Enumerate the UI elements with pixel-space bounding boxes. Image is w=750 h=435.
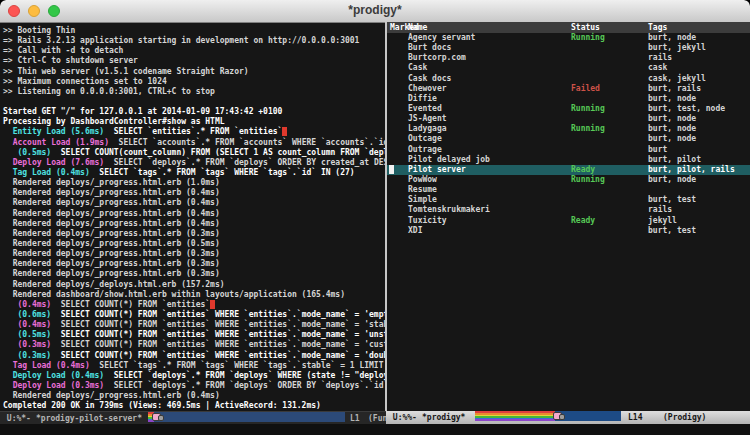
nyan-mode-bar	[475, 411, 621, 421]
log-text: Rendered deploys/_progress.html.erb (0.4…	[3, 219, 220, 228]
column-header-status: Status	[571, 22, 600, 33]
service-row-chewover[interactable]: ChewoverFailedburt, rails	[387, 84, 750, 94]
log-line: Rendered deploys/_progress.html.erb (0.4…	[3, 209, 385, 219]
service-row-outcage[interactable]: Outcageburt, node	[387, 134, 750, 144]
service-row-cask-docs[interactable]: Cask docscask, jekyll	[387, 74, 750, 84]
point-cursor	[389, 165, 394, 174]
service-tags: burt, jekyll	[648, 43, 706, 53]
service-name: XDI	[408, 226, 422, 236]
service-tags: burt, node	[648, 134, 696, 144]
log-line: Rendered deploys/_progress.html.erb (0.5…	[3, 239, 385, 249]
service-tags: burt, test	[648, 195, 696, 205]
log-line: (0.4ms) SELECT COUNT(*) FROM `entities` …	[3, 320, 385, 330]
modeline-right-prefix: U:%%-	[388, 411, 417, 424]
log-line: Rendered deploys/_progress.html.erb (0.3…	[3, 229, 385, 239]
prodigy-service-list: Agency servantRunningburt, nodeBurt docs…	[387, 33, 750, 236]
service-row-simple[interactable]: Simpleburt, test	[387, 195, 750, 205]
log-text: Rendered dashboard/show.html.erb within …	[3, 290, 345, 299]
log-text: Entity Load (5.6ms)	[3, 127, 104, 136]
service-row-tuxicity[interactable]: TuxicityReadyjekyll	[387, 216, 750, 226]
modeline-left: U:%*- *prodigy-pilot-server* L1 (Fundame…	[0, 411, 386, 424]
column-header-name: Name	[408, 22, 427, 33]
service-name: Tomtenskrukmakeri	[408, 205, 490, 215]
log-line: >> Booting Thin	[3, 26, 385, 36]
log-line: Rendered deploys/_progress.html.erb (0.4…	[3, 198, 385, 208]
service-row-resume[interactable]: Resume	[387, 185, 750, 195]
rails-log-pane[interactable]: >> Booting Thin=> Rails 3.2.13 applicati…	[0, 22, 385, 411]
column-header-tags: Tags	[648, 22, 667, 33]
service-row-powwow[interactable]: PowWowRunningburt, node	[387, 175, 750, 185]
log-line: Entity Load (5.6ms) SELECT `entities`.* …	[3, 127, 385, 137]
service-row-burt-docs[interactable]: Burt docsburt, jekyll	[387, 43, 750, 53]
service-row-burtcorp-com[interactable]: Burtcorp.comrails	[387, 53, 750, 63]
log-line	[3, 97, 385, 107]
service-row-cask[interactable]: Caskcask	[387, 63, 750, 73]
log-text: Rendered deploys/_progress.html.erb (0.5…	[3, 239, 220, 248]
log-text: Tag Load (0.4ms)	[3, 168, 90, 177]
service-row-agency-servant[interactable]: Agency servantRunningburt, node	[387, 33, 750, 43]
service-row-ladygaga[interactable]: LadygagaRunningburt, node	[387, 124, 750, 134]
service-name: JS-Agent	[408, 114, 447, 124]
modeline-right-line-number: L14	[628, 411, 642, 424]
log-text: (0.4ms)	[3, 300, 51, 309]
log-text: >> Thin web server (v1.5.1 codename Stra…	[3, 67, 249, 76]
log-text: SELECT COUNT(*) FROM `entities`	[51, 300, 210, 309]
log-text: Rendered deploys/_progress.html.erb (0.3…	[3, 229, 220, 238]
service-name: Tuxicity	[408, 216, 447, 226]
log-line: (0.6ms) SELECT COUNT(*) FROM `entities` …	[3, 310, 385, 320]
log-text: Rendered deploys/_progress.html.erb (0.3…	[3, 249, 220, 258]
log-text: Rendered deploys/_progress.html.erb (0.4…	[3, 198, 220, 207]
service-name: Evented	[408, 104, 442, 114]
service-row-outrage[interactable]: Outrageburt	[387, 145, 750, 155]
prodigy-services-pane[interactable]: Marked Name Status Tags Agency servantRu…	[387, 22, 750, 411]
service-status: Running	[571, 124, 605, 134]
service-row-xdi[interactable]: XDIburt, test	[387, 226, 750, 236]
log-line: Rendered dashboard/show.html.erb within …	[3, 290, 385, 300]
window-title: *prodigy*	[0, 0, 750, 21]
modeline-left-prefix: U:%*-	[2, 412, 31, 424]
service-tags: jekyll	[648, 216, 677, 226]
log-text: Rendered deploys/_progress.html.erb (1.0…	[3, 178, 220, 187]
service-status: Ready	[571, 216, 595, 226]
log-text: Rendered deploys/_progress.html.erb (0.3…	[3, 269, 220, 278]
service-row-pilot-server[interactable]: Pilot serverReadyburt, pilot, rails	[387, 165, 750, 175]
window-titlebar[interactable]: *prodigy*	[0, 0, 750, 23]
service-row-tomtenskrukmakeri[interactable]: Tomtenskrukmakerirails	[387, 205, 750, 215]
log-text: >> Listening on 0.0.0.0:3001, CTRL+C to …	[3, 87, 215, 96]
service-status: Running	[571, 175, 605, 185]
log-text: SELECT `deploys`.* FROM `deploys` ORDER …	[104, 381, 385, 390]
service-tags: burt, node	[648, 175, 696, 185]
service-tags: burt, test	[648, 226, 696, 236]
service-row-evented[interactable]: EventedRunningburt, test, node	[387, 104, 750, 114]
service-name: Pilot server	[408, 165, 466, 175]
log-line: (0.4ms) SELECT COUNT(*) FROM `entities`	[3, 300, 385, 310]
log-line: >> Thin web server (v1.5.1 codename Stra…	[3, 67, 385, 77]
log-line: Rendered deploys/_progress.html.erb (0.3…	[3, 269, 385, 279]
log-text: SELECT `accounts`.* FROM `accounts` WHER…	[109, 138, 385, 147]
cursor-block-red	[282, 127, 287, 136]
echo-area[interactable]	[0, 424, 750, 435]
service-row-js-agent[interactable]: JS-Agentburt, node	[387, 114, 750, 124]
log-text: SELECT COUNT(*) FROM `entities` WHERE `e…	[51, 320, 385, 329]
log-text: Rendered deploys/_deploys.html.erb (157.…	[3, 280, 225, 289]
service-name: Ladygaga	[408, 124, 447, 134]
modeline-left-buffer-name: *prodigy-pilot-server*	[36, 412, 142, 424]
service-row-diffie[interactable]: Diffieburt, node	[387, 94, 750, 104]
service-status: Running	[571, 104, 605, 114]
service-tags: burt, node	[648, 94, 696, 104]
log-text: Rendered deploys/_progress.html.erb (0.4…	[3, 209, 220, 218]
service-tags: cask	[648, 63, 667, 73]
service-tags: burt, node	[648, 33, 696, 43]
service-name: Chewover	[408, 84, 447, 94]
log-line: Rendered deploys/_progress.html.erb (0.4…	[3, 219, 385, 229]
cursor-block-red	[210, 300, 215, 309]
service-tags: burt	[648, 145, 667, 155]
service-name: Burt docs	[408, 43, 451, 53]
log-text: Rendered deploys/_progress.html.erb (0.3…	[3, 259, 220, 268]
log-text: => Call with -d to detach	[3, 46, 123, 55]
log-line: Deploy Load (7.6ms) SELECT `deploys`.* F…	[3, 158, 385, 168]
service-name: Outrage	[408, 145, 442, 155]
service-row-pilot-delayed-job[interactable]: Pilot delayed jobburt, pilot	[387, 155, 750, 165]
service-tags: rails	[648, 53, 672, 63]
service-tags: cask, jekyll	[648, 74, 706, 84]
